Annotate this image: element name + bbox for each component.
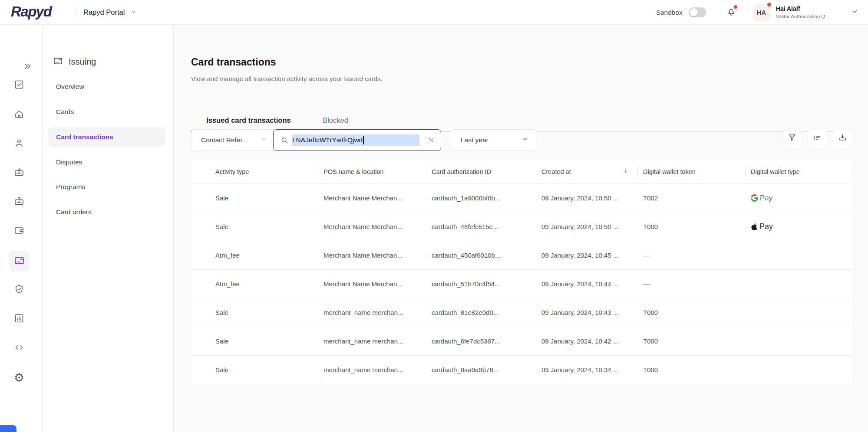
notifications-button[interactable]	[726, 7, 736, 19]
cell-activity-type: Atm_fee	[191, 270, 318, 298]
column-header-digital-wallet-type[interactable]: Digital wallet type	[746, 160, 852, 183]
clear-search-button[interactable]	[428, 137, 435, 144]
date-range-selector[interactable]: Last year	[451, 129, 536, 151]
expand-sidebar-button[interactable]	[22, 62, 34, 72]
rail-item-disburse[interactable]	[9, 192, 30, 213]
cell-pos-name: Merchant Name Merchan...	[318, 241, 426, 269]
cell-created-at: 09 January, 2024, 10:44 ...	[536, 270, 638, 298]
apple-pay-logo: Pay	[751, 222, 773, 231]
subnav-item-card-transactions[interactable]: Card transactions	[48, 127, 165, 147]
table-row[interactable]: Sale merchant_name merchan... cardauth_6…	[191, 327, 852, 356]
column-header-activity-type[interactable]: Activity type	[191, 160, 318, 183]
search-field-selector[interactable]: Contact Refer...	[191, 129, 274, 151]
double-chevron-right-icon	[23, 62, 32, 72]
icon-rail: ⚙	[0, 25, 43, 432]
avatar[interactable]: HA	[753, 4, 770, 21]
home-icon	[14, 109, 24, 121]
rapyd-logo: Rapyd	[11, 3, 51, 20]
chat-launcher[interactable]	[0, 425, 17, 432]
avatar-badge	[766, 2, 772, 7]
text-caret	[363, 136, 364, 144]
subnav-item-disputes[interactable]: Disputes	[48, 152, 165, 172]
tab-blocked[interactable]: Blocked	[315, 109, 356, 131]
cell-digital-wallet-type: Pay Pay	[746, 298, 852, 327]
subnav-header: Issuing	[53, 56, 96, 68]
google-pay-logo: Pay	[751, 194, 772, 203]
cell-created-at: 09 January, 2024, 10:34 ...	[536, 356, 638, 384]
column-header-card-authorization-id[interactable]: Card authorization ID	[426, 160, 536, 183]
top-bar: Rapyd Rapyd Portal Sandbox HA Hai Alalf …	[0, 0, 868, 25]
rail-item-home[interactable]	[9, 105, 30, 125]
cell-activity-type: Atm_fee	[191, 241, 318, 269]
wallet-icon	[14, 225, 24, 237]
toggle-knob	[690, 8, 698, 16]
main-content: Card transactions View and manage all tr…	[174, 25, 868, 432]
person-icon	[14, 138, 24, 150]
column-header-digital-wallet-token[interactable]: Digital wallet token	[638, 160, 746, 183]
cell-card-authorization-id: cardauth_51b70c4f54...	[426, 270, 536, 298]
subnav-item-card-orders[interactable]: Card orders	[48, 202, 165, 222]
user-org: Valitor Authorization Q...	[776, 13, 829, 20]
column-header-created-at[interactable]: Created at	[536, 160, 638, 183]
portal-switcher[interactable]: Rapyd Portal	[83, 0, 137, 25]
cell-pos-name: Merchant Name Merchan...	[318, 184, 426, 212]
cell-digital-wallet-token: T000	[638, 298, 746, 327]
table-row[interactable]: Sale merchant_name merchan... cardauth_8…	[191, 298, 852, 327]
cell-digital-wallet-type: Pay Pay	[746, 213, 852, 241]
filter-bar: Contact Refer... LNAJefIcWTrYwIfrQjwd La…	[191, 129, 852, 151]
chevron-down-icon	[131, 9, 137, 16]
user-meta: Hai Alalf Valitor Authorization Q...	[776, 5, 829, 20]
bell-icon	[726, 11, 736, 18]
user-menu-chevron-icon[interactable]	[851, 8, 858, 17]
bar-chart-icon	[14, 313, 24, 325]
cell-digital-wallet-token: —	[638, 270, 746, 298]
rail-item-risk[interactable]	[9, 280, 30, 301]
filter-button[interactable]	[782, 129, 802, 148]
rail-item-reports[interactable]	[9, 309, 30, 330]
rail-item-settings[interactable]: ⚙	[9, 367, 30, 388]
rail-item-wallet[interactable]	[9, 221, 30, 242]
code-icon	[14, 342, 24, 354]
cell-card-authorization-id: cardauth_81e82e0d0...	[426, 298, 536, 327]
cell-digital-wallet-token: —	[638, 241, 746, 269]
table-row[interactable]: Sale Merchant Name Merchan... cardauth_4…	[191, 213, 852, 241]
transactions-table: Activity type POS name & location Card a…	[191, 160, 852, 384]
sort-button[interactable]	[808, 129, 827, 148]
tab-issued-card-transactions[interactable]: Issued card transactions	[191, 109, 306, 131]
table-row[interactable]: Sale Merchant Name Merchan... cardauth_1…	[191, 184, 852, 213]
table-row[interactable]: Sale merchant_name merchan... cardauth_8…	[191, 356, 852, 384]
search-input[interactable]: LNAJefIcWTrYwIfrQjwd	[273, 129, 441, 151]
cell-created-at: 09 January, 2024, 10:50 ...	[536, 213, 638, 241]
rail-item-developers[interactable]	[9, 338, 30, 359]
sort-descending-icon[interactable]	[622, 168, 628, 175]
card-icon	[53, 56, 63, 68]
page-subtitle: View and manage all transaction activity…	[191, 75, 383, 82]
subnav-item-cards[interactable]: Cards	[48, 102, 165, 122]
cell-activity-type: Sale	[191, 327, 318, 355]
cell-pos-name: Merchant Name Merchan...	[318, 213, 426, 241]
cell-digital-wallet-token: T000	[638, 213, 746, 241]
sandbox-toggle[interactable]	[689, 7, 706, 17]
rail-item-tasks[interactable]	[9, 75, 30, 96]
gear-icon: ⚙	[14, 372, 24, 383]
rail-item-clients[interactable]	[9, 134, 30, 154]
subnav-item-programs[interactable]: Programs	[48, 177, 165, 197]
rail-item-collect[interactable]	[9, 163, 30, 183]
issuing-subnav: Issuing Overview Cards Card transactions…	[43, 25, 174, 432]
cell-pos-name: merchant_name merchan...	[318, 356, 426, 384]
download-button[interactable]	[833, 129, 852, 148]
cell-digital-wallet-type: Pay Pay	[746, 327, 852, 355]
cell-card-authorization-id: cardauth_6fe7dc5387...	[426, 327, 536, 355]
subnav-item-overview[interactable]: Overview	[48, 77, 165, 97]
column-header-pos-name[interactable]: POS name & location	[318, 160, 426, 183]
column-header-created-at-label: Created at	[541, 168, 571, 175]
table-row[interactable]: Atm_fee Merchant Name Merchan... cardaut…	[191, 241, 852, 270]
rail-item-issuing[interactable]	[9, 251, 30, 272]
cell-card-authorization-id: cardauth_1a9000bf8b...	[426, 184, 536, 212]
cell-card-authorization-id: cardauth_8aa9a9b76...	[426, 356, 536, 384]
close-icon	[428, 137, 435, 144]
table-row[interactable]: Atm_fee Merchant Name Merchan... cardaut…	[191, 270, 852, 298]
table-body: Sale Merchant Name Merchan... cardauth_1…	[191, 184, 852, 384]
chevron-down-icon	[261, 136, 267, 144]
cell-digital-wallet-token: T000	[638, 356, 746, 384]
